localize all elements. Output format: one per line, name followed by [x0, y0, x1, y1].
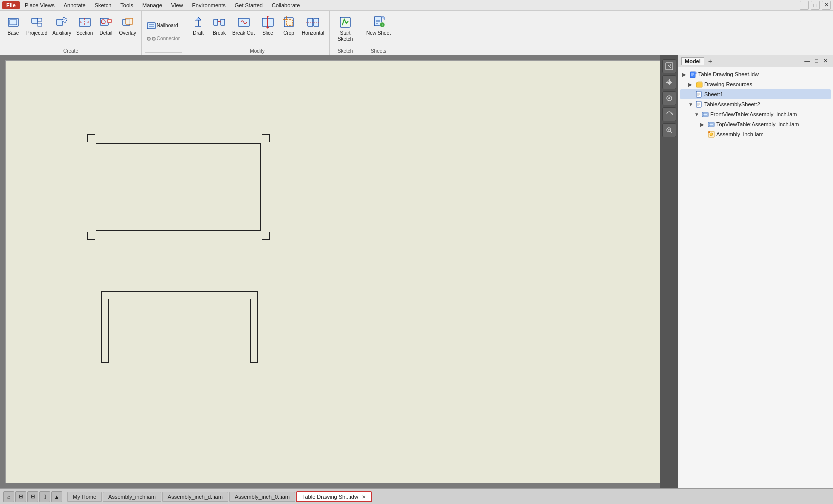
- tree-item-assembly-iam[interactable]: Assembly_inch.iam: [680, 130, 831, 140]
- nailboard-button[interactable]: Nailboard: [145, 20, 180, 32]
- break-out-icon: [236, 14, 252, 30]
- nailboard-group: Nailboard Connector: [142, 11, 185, 55]
- corner-bl: [87, 232, 95, 240]
- tab-my-home[interactable]: My Home: [67, 492, 102, 502]
- start-sketch-button[interactable]: Start Sketch: [333, 13, 358, 44]
- base-button[interactable]: Base: [3, 13, 23, 38]
- svg-marker-60: [695, 72, 696, 74]
- file-menu[interactable]: File: [2, 2, 20, 10]
- minimize-panel-btn[interactable]: —: [802, 58, 812, 65]
- svg-marker-24: [195, 18, 201, 20]
- overlay-button[interactable]: Overlay: [117, 13, 138, 38]
- place-views-menu[interactable]: Place Views: [21, 2, 59, 10]
- svg-marker-42: [381, 17, 384, 20]
- slice-button[interactable]: Slice: [258, 13, 278, 38]
- top-view-icon: [707, 120, 715, 128]
- top-view-rect: [96, 144, 261, 231]
- projected-button[interactable]: Projected: [24, 13, 49, 38]
- section-button[interactable]: A A Section: [74, 13, 95, 38]
- status-icon-home[interactable]: ⌂: [3, 492, 14, 502]
- pan-btn[interactable]: [662, 76, 676, 90]
- break-out-label: Break Out: [232, 30, 255, 36]
- minimize-btn[interactable]: —: [800, 1, 809, 10]
- break-button[interactable]: Break: [209, 13, 229, 38]
- close-panel-btn[interactable]: ✕: [821, 58, 830, 65]
- sketch-menu[interactable]: Sketch: [91, 2, 116, 10]
- drawing-resources-label: Drawing Resources: [704, 82, 752, 88]
- front-view-expander: ▼: [694, 112, 700, 118]
- get-started-menu[interactable]: Get Started: [231, 2, 267, 10]
- model-panel-tab[interactable]: Model: [681, 58, 704, 65]
- tab-table-drawing-label: Table Drawing Sh...idw: [302, 494, 358, 500]
- sheet1-expander: [688, 92, 694, 98]
- sheets-group: + New Sheet Sheets: [361, 11, 396, 55]
- break-out-button[interactable]: Break Out: [230, 13, 257, 38]
- status-icon-layout[interactable]: ▯: [39, 492, 50, 502]
- zoom-fit-btn[interactable]: [662, 60, 676, 74]
- drawing-resources-icon: [695, 80, 703, 88]
- tree-item-top-view[interactable]: ▶ TopViewTable:Assembly_inch.iam: [680, 120, 831, 130]
- tree-item-table-assembly[interactable]: ▼ TableAssemblySheet:2: [680, 100, 831, 110]
- zoom-btn[interactable]: [662, 124, 676, 138]
- environments-menu[interactable]: Environments: [188, 2, 229, 10]
- top-view-drawing[interactable]: [91, 138, 266, 236]
- menu-bar: File Place Views Annotate Sketch Tools M…: [0, 0, 833, 11]
- tools-menu[interactable]: Tools: [116, 2, 137, 10]
- svg-point-78: [710, 133, 713, 136]
- svg-text:A: A: [80, 21, 82, 24]
- table-assembly-icon: [695, 100, 703, 108]
- table-top-bar: [101, 291, 258, 299]
- start-sketch-label: Start Sketch: [338, 30, 353, 42]
- look-at-btn[interactable]: [662, 92, 676, 106]
- restore-panel-btn[interactable]: □: [813, 58, 820, 65]
- horizontal-icon: [305, 14, 321, 30]
- new-sheet-button[interactable]: + New Sheet: [364, 13, 393, 38]
- svg-rect-26: [214, 20, 218, 26]
- tree-item-root[interactable]: ▶ Table Drawing Sheet.idw: [680, 70, 831, 80]
- tab-table-drawing-close[interactable]: ✕: [362, 494, 366, 500]
- tab-assembly-inch-d[interactable]: Assembly_inch_d..iam: [162, 492, 228, 502]
- collaborate-menu[interactable]: Collaborate: [268, 2, 304, 10]
- status-icon-split[interactable]: ⊟: [27, 492, 38, 502]
- side-toolbar: [660, 56, 678, 488]
- close-window-btn[interactable]: ✕: [822, 1, 831, 10]
- rotate-btn[interactable]: [662, 108, 676, 122]
- svg-rect-64: [696, 83, 702, 88]
- auxiliary-button[interactable]: Auxiliary: [50, 13, 73, 38]
- status-icon-expand[interactable]: ▲: [51, 492, 62, 502]
- manage-menu[interactable]: Manage: [138, 2, 166, 10]
- maximize-btn[interactable]: □: [811, 1, 820, 10]
- view-menu[interactable]: View: [167, 2, 187, 10]
- add-panel-btn[interactable]: +: [708, 58, 712, 66]
- horizontal-button[interactable]: Horizontal: [300, 13, 326, 38]
- tree-item-sheet1[interactable]: Sheet:1: [680, 90, 831, 100]
- corner-br: [262, 232, 270, 240]
- svg-marker-31: [266, 16, 269, 18]
- table-left-leg-bottom: [101, 362, 109, 364]
- sketch-group: Start Sketch Sketch: [330, 11, 361, 55]
- new-sheet-label: New Sheet: [366, 30, 391, 36]
- annotate-menu[interactable]: Annotate: [60, 2, 90, 10]
- crop-button[interactable]: Crop: [279, 13, 299, 38]
- draft-button[interactable]: Draft: [188, 13, 208, 38]
- detail-button[interactable]: Detail: [96, 13, 116, 38]
- section-icon: A A: [77, 14, 93, 30]
- tree-item-front-view[interactable]: ▼ FrontViewTable:Assembly_inch.iam: [680, 110, 831, 120]
- table-top-bottom-line: [101, 299, 258, 300]
- model-panel-header: Model + — □ ✕: [678, 56, 833, 68]
- tree-item-drawing-resources[interactable]: ▶ Drawing Resources: [680, 80, 831, 90]
- tab-assembly-inch[interactable]: Assembly_inch.iam: [103, 492, 161, 502]
- model-panel: Model + — □ ✕ ▶ Table Drawing Sheet.idw …: [678, 56, 833, 488]
- overlay-icon: [120, 14, 136, 30]
- front-view-drawing[interactable]: [91, 281, 266, 378]
- svg-marker-54: [672, 113, 673, 116]
- connector-button[interactable]: Connector: [145, 34, 182, 44]
- tab-table-drawing[interactable]: Table Drawing Sh...idw ✕: [296, 492, 372, 502]
- tab-assembly-inch-0[interactable]: Assembly_inch_0..iam: [229, 492, 295, 502]
- status-icon-grid[interactable]: ⊞: [15, 492, 26, 502]
- draft-icon: [190, 14, 206, 30]
- canvas-area[interactable]: [0, 56, 678, 488]
- svg-point-20: [147, 38, 150, 40]
- svg-point-22: [152, 38, 155, 40]
- break-label: Break: [213, 30, 226, 36]
